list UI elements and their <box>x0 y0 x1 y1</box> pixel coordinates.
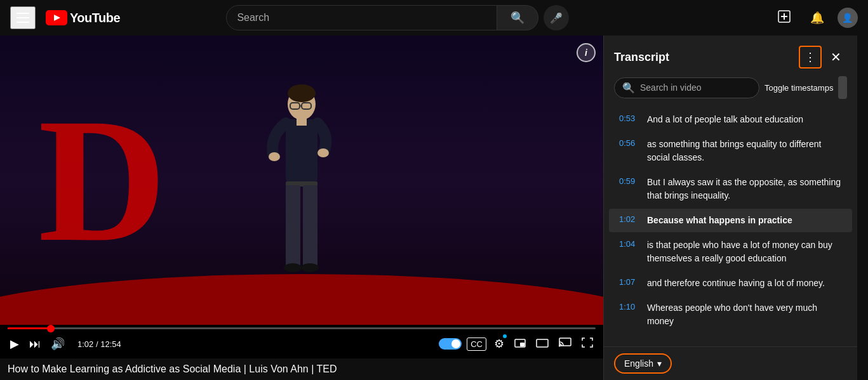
mic-icon: 🎤 <box>550 12 563 24</box>
svg-point-12 <box>269 152 280 161</box>
theater-icon <box>536 337 549 351</box>
header-right: 🔔 👤 <box>771 5 858 30</box>
settings-button[interactable]: ⚙ <box>491 334 507 353</box>
svg-rect-11 <box>297 118 307 126</box>
video-wrapper[interactable]: D <box>0 36 603 325</box>
info-button[interactable]: i <box>577 43 596 62</box>
controls-right: CC ⚙ <box>439 334 596 353</box>
info-icon: i <box>585 48 587 58</box>
fullscreen-icon <box>582 337 593 351</box>
transcript-item-text: And a lot of people talk about education <box>647 113 803 126</box>
svg-point-6 <box>288 84 316 102</box>
transcript-item-text: is that people who have a lot of money c… <box>647 239 842 265</box>
transcript-timestamp: 1:07 <box>619 277 639 290</box>
transcript-title: Transcript <box>614 51 669 64</box>
youtube-icon <box>46 10 67 25</box>
svg-point-23 <box>559 344 561 346</box>
transcript-timestamp: 0:56 <box>619 138 639 164</box>
cast-icon <box>559 337 571 351</box>
transcript-item[interactable]: 0:56 as something that brings equality t… <box>609 133 852 169</box>
volume-icon: 🔊 <box>51 337 65 351</box>
svg-point-13 <box>317 148 329 157</box>
miniplayer-icon <box>514 337 526 351</box>
search-icon: 🔍 <box>511 11 524 25</box>
settings-badge-dot <box>503 334 507 338</box>
transcript-timestamp: 0:53 <box>619 113 639 126</box>
theater-button[interactable] <box>533 335 551 353</box>
cc-icon: CC <box>471 339 483 349</box>
avatar[interactable]: 👤 <box>838 8 858 28</box>
volume-button[interactable]: 🔊 <box>48 334 67 353</box>
language-label: English <box>624 358 653 369</box>
transcript-panel: Transcript ⋮ ✕ 🔍 Toggle timestamps 0:53 <box>603 36 857 380</box>
timestamp-toggle-label: Toggle timestamps <box>765 83 833 93</box>
transcript-item[interactable]: 1:02 Because what happens in practice <box>609 209 852 232</box>
svg-point-17 <box>284 263 302 272</box>
more-dots-icon: ⋮ <box>805 50 816 64</box>
transcript-item-text: and therefore continue having a lot of m… <box>647 277 825 290</box>
youtube-logo[interactable]: YouTube <box>46 10 120 25</box>
autoplay-toggle[interactable] <box>439 338 462 350</box>
timestamp-toggle-button[interactable] <box>838 76 847 99</box>
bell-icon: 🔔 <box>810 11 824 25</box>
time-display: 1:02 / 12:54 <box>77 339 121 349</box>
transcript-item[interactable]: 0:59 But I always saw it as the opposite… <box>609 171 852 207</box>
language-selector: English ▾ <box>604 346 857 380</box>
progress-dot <box>47 325 55 332</box>
transcript-close-button[interactable]: ✕ <box>824 46 847 69</box>
video-title: How to Make Learning as Addictive as Soc… <box>8 364 596 375</box>
transcript-item-text: Whereas people who don't have very much … <box>647 301 842 328</box>
captions-button[interactable]: CC <box>467 337 486 351</box>
header-left: YouTube <box>10 6 120 29</box>
next-button[interactable]: ⏭ <box>27 335 43 353</box>
transcript-item-text: Because what happens in practice <box>647 214 792 227</box>
transcript-item[interactable]: 1:10 Whereas people who don't have very … <box>609 296 852 333</box>
settings-icon: ⚙ <box>494 337 504 351</box>
svg-point-18 <box>301 263 319 272</box>
chevron-down-icon: ▾ <box>657 358 662 369</box>
svg-rect-10 <box>286 119 317 183</box>
transcript-search-input[interactable] <box>640 82 751 93</box>
main-content: D <box>0 36 868 380</box>
create-button[interactable] <box>771 5 797 30</box>
controls-row: ▶ ⏭ 🔊 1:02 / 12:54 <box>8 334 596 353</box>
search-bar <box>226 5 497 30</box>
transcript-item[interactable]: 1:04 is that people who have a lot of mo… <box>609 233 852 270</box>
menu-button[interactable] <box>10 6 36 29</box>
transcript-item[interactable]: 0:53 And a lot of people talk about educ… <box>609 108 852 131</box>
language-button[interactable]: English ▾ <box>614 353 672 374</box>
svg-rect-15 <box>286 185 300 268</box>
transcript-timestamp: 1:10 <box>619 301 639 328</box>
video-section: D <box>0 36 603 380</box>
svg-rect-16 <box>303 185 317 268</box>
transcript-search-bar: 🔍 <box>614 77 759 98</box>
notifications-button[interactable]: 🔔 <box>805 5 830 30</box>
transcript-item-text: as something that brings equality to dif… <box>647 138 842 164</box>
presenter-figure <box>244 72 359 288</box>
play-button[interactable]: ▶ <box>8 334 22 353</box>
search-button[interactable]: 🔍 <box>497 5 538 30</box>
transcript-search-row: 🔍 Toggle timestamps <box>604 76 857 107</box>
transcript-item[interactable]: 1:07 and therefore continue having a lot… <box>609 272 852 295</box>
create-icon <box>777 10 791 27</box>
video-controls: ▶ ⏭ 🔊 1:02 / 12:54 <box>0 325 603 358</box>
miniplayer-button[interactable] <box>512 335 528 353</box>
mic-button[interactable]: 🎤 <box>544 5 569 30</box>
search-input[interactable] <box>227 6 497 30</box>
search-container: 🔍 🎤 <box>226 5 569 30</box>
youtube-wordmark: YouTube <box>70 11 120 25</box>
cast-button[interactable] <box>556 335 574 353</box>
transcript-items: 0:53 And a lot of people talk about educ… <box>604 107 857 346</box>
transcript-more-button[interactable]: ⋮ <box>799 46 822 69</box>
fullscreen-button[interactable] <box>579 335 596 353</box>
transcript-item-text: But I always saw it as the opposite, as … <box>647 176 842 202</box>
svg-rect-21 <box>537 339 548 347</box>
transcript-search-icon: 🔍 <box>622 82 635 94</box>
play-icon: ▶ <box>10 337 19 351</box>
transcript-timestamp: 1:04 <box>619 239 639 265</box>
progress-bar[interactable] <box>8 327 596 329</box>
next-icon: ⏭ <box>29 337 41 351</box>
video-title-bar: How to Make Learning as Addictive as Soc… <box>0 358 603 380</box>
close-icon: ✕ <box>831 49 841 65</box>
svg-rect-20 <box>520 343 524 346</box>
